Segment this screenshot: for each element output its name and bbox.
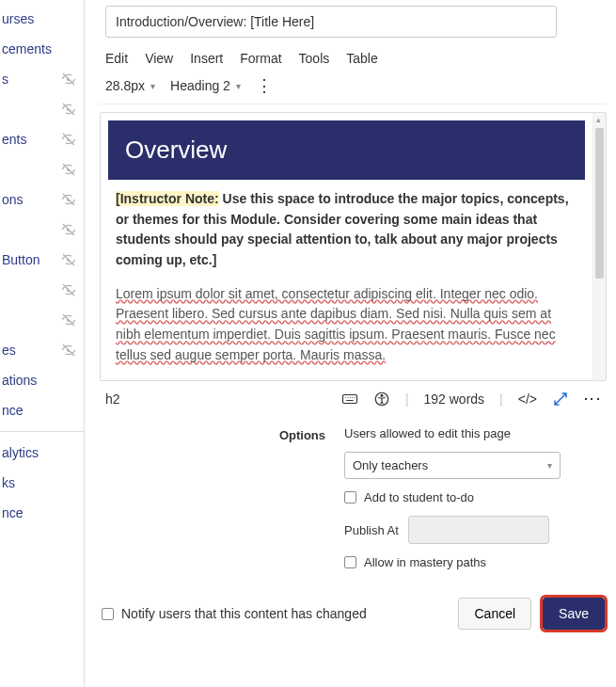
- scroll-up-icon[interactable]: ▴: [596, 115, 601, 124]
- menu-insert[interactable]: Insert: [190, 51, 223, 66]
- html-editor-toggle[interactable]: </>: [518, 391, 537, 407]
- instructor-note-label: [Instructor Note:: [116, 191, 219, 206]
- select-value: Only teachers: [353, 458, 428, 472]
- nav-attendance[interactable]: nce: [0, 395, 84, 425]
- nav-discussions[interactable]: ons: [0, 184, 84, 215]
- divider: |: [499, 391, 503, 407]
- nav-announcements[interactable]: cements: [0, 34, 84, 64]
- svg-point-2: [381, 394, 383, 396]
- add-todo-row[interactable]: Add to student to-do: [344, 490, 607, 504]
- nav-item[interactable]: [0, 215, 84, 245]
- element-path[interactable]: h2: [105, 391, 120, 407]
- rce-toolbar: 28.8px ▾ Heading 2 ▾ ⋮: [100, 75, 607, 104]
- nav-label: ations: [2, 373, 37, 388]
- nav-attendance-2[interactable]: nce: [0, 498, 84, 528]
- nav-courses[interactable]: urses: [0, 4, 84, 34]
- word-count[interactable]: 192 words: [424, 391, 485, 407]
- nav-label: Button: [2, 252, 39, 267]
- rce-statusbar: h2 | 192 words | </> ⋮: [100, 381, 607, 413]
- nav-item[interactable]: s: [0, 64, 84, 94]
- fullscreen-icon[interactable]: [552, 391, 569, 407]
- add-todo-checkbox[interactable]: [344, 491, 356, 503]
- nav-label: es: [2, 343, 16, 358]
- publish-at-label: Publish At: [344, 523, 399, 537]
- nav-item[interactable]: [0, 305, 84, 335]
- hidden-icon: [61, 343, 76, 358]
- nav-label: nce: [2, 403, 24, 418]
- divider: |: [405, 391, 409, 407]
- rce-menubar: Edit View Insert Format Tools Table: [100, 38, 607, 75]
- hidden-icon: [61, 252, 76, 267]
- toolbar-overflow-icon[interactable]: ⋮: [256, 77, 273, 94]
- keyboard-shortcuts-icon[interactable]: [341, 391, 358, 407]
- font-size-value: 28.8px: [105, 78, 145, 93]
- nav-label: nce: [2, 505, 24, 520]
- page-editor: Edit View Insert Format Tools Table 28.8…: [85, 0, 616, 687]
- rce-content-area[interactable]: Overview [Instructor Note: Use this spac…: [100, 112, 607, 381]
- mastery-paths-checkbox[interactable]: [344, 556, 356, 568]
- hidden-icon: [61, 282, 76, 297]
- editor-text[interactable]: [Instructor Note: Use this space to intr…: [101, 189, 592, 366]
- editor-body[interactable]: Overview [Instructor Note: Use this spac…: [101, 120, 592, 366]
- publish-at-input[interactable]: [408, 516, 549, 544]
- chevron-down-icon: ▾: [150, 81, 155, 91]
- overview-banner: Overview: [108, 120, 585, 180]
- nav-files[interactable]: es: [0, 335, 84, 365]
- lorem-paragraph: Lorem ipsum dolor sit amet, consectetur …: [116, 284, 577, 366]
- chevron-down-icon: ▾: [547, 460, 552, 471]
- accessibility-checker-icon[interactable]: [373, 391, 390, 407]
- nav-divider: [0, 431, 84, 432]
- hidden-icon: [61, 192, 76, 207]
- menu-view[interactable]: View: [145, 51, 173, 66]
- nav-links[interactable]: ks: [0, 468, 84, 498]
- vertical-scrollbar[interactable]: ▴: [592, 113, 606, 380]
- nav-item[interactable]: [0, 154, 84, 184]
- mastery-paths-label: Allow in mastery paths: [364, 555, 486, 569]
- form-footer: Notify users that this content has chang…: [100, 594, 607, 633]
- nav-label: ons: [2, 192, 24, 207]
- save-button[interactable]: Save: [543, 598, 605, 630]
- svg-rect-0: [342, 395, 356, 404]
- menu-edit[interactable]: Edit: [105, 51, 128, 66]
- hidden-icon: [61, 312, 76, 328]
- notify-label: Notify users that this content has chang…: [121, 606, 367, 621]
- nav-label: urses: [2, 11, 34, 26]
- statusbar-more-icon[interactable]: ⋮: [584, 391, 601, 407]
- chevron-down-icon: ▾: [236, 81, 241, 91]
- nav-label: s: [2, 72, 8, 87]
- page-title-input[interactable]: [105, 6, 557, 38]
- course-nav-sidebar: urses cements s ents ons Bu: [0, 0, 85, 687]
- hidden-icon: [61, 222, 76, 237]
- hidden-icon: [61, 162, 76, 177]
- menu-tools[interactable]: Tools: [299, 51, 330, 66]
- nav-label: cements: [2, 41, 52, 56]
- block-style-value: Heading 2: [170, 78, 230, 93]
- options-heading: Options: [100, 426, 325, 569]
- hidden-icon: [61, 132, 76, 147]
- nav-label: ents: [2, 132, 26, 147]
- menu-table[interactable]: Table: [346, 51, 377, 66]
- nav-assignments[interactable]: ents: [0, 124, 84, 154]
- nav-collaborations[interactable]: ations: [0, 365, 84, 395]
- users-edit-label: Users allowed to edit this page: [344, 426, 607, 440]
- scroll-thumb[interactable]: [595, 128, 604, 279]
- nav-button[interactable]: Button: [0, 245, 84, 275]
- block-style-dropdown[interactable]: Heading 2 ▾: [170, 78, 241, 93]
- nav-analytics[interactable]: alytics: [0, 438, 84, 468]
- cancel-button[interactable]: Cancel: [458, 598, 531, 630]
- add-todo-label: Add to student to-do: [364, 490, 474, 504]
- nav-item[interactable]: [0, 275, 84, 305]
- mastery-paths-row[interactable]: Allow in mastery paths: [344, 555, 607, 569]
- nav-item[interactable]: [0, 94, 84, 124]
- nav-label: ks: [2, 475, 15, 490]
- notify-checkbox[interactable]: [102, 608, 114, 620]
- nav-label: alytics: [2, 445, 39, 460]
- notify-row[interactable]: Notify users that this content has chang…: [102, 606, 367, 621]
- hidden-icon: [61, 72, 76, 87]
- font-size-dropdown[interactable]: 28.8px ▾: [105, 78, 155, 93]
- hidden-icon: [61, 102, 76, 117]
- menu-format[interactable]: Format: [240, 51, 281, 66]
- editing-roles-select[interactable]: Only teachers ▾: [344, 452, 561, 479]
